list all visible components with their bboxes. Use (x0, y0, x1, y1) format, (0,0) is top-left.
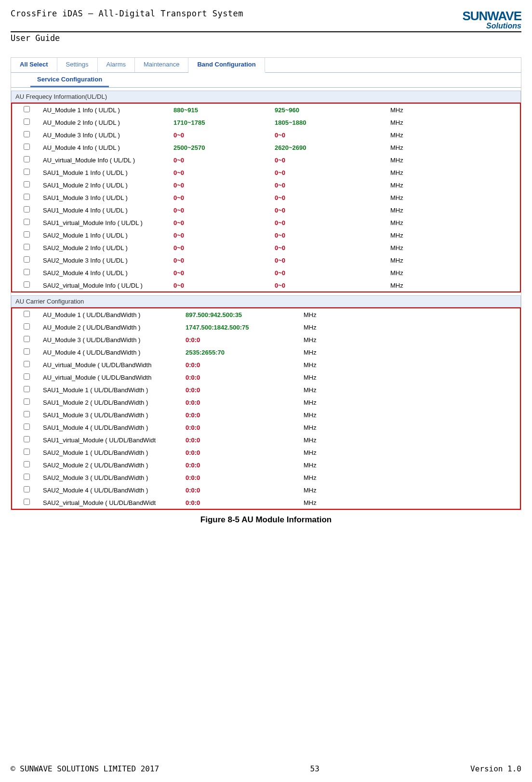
freq-row: SAU1_Module 4 Info ( UL/DL )0~00~0MHz (12, 204, 520, 216)
row-dl-value: 1805~1880 (275, 119, 390, 126)
row-checkbox[interactable] (24, 256, 30, 263)
freq-row: SAU1_Module 2 Info ( UL/DL )0~00~0MHz (12, 179, 520, 191)
row-value: 0:0:0 (186, 499, 304, 506)
row-checkbox[interactable] (24, 386, 30, 392)
row-checkbox[interactable] (24, 486, 30, 492)
row-checkbox[interactable] (24, 156, 30, 162)
row-checkbox[interactable] (24, 348, 30, 355)
carrier-row: AU_virtual_Module ( UL/DL/BandWidth0:0:0… (12, 358, 520, 371)
row-unit: MHz (390, 219, 429, 226)
row-unit: MHz (390, 194, 429, 201)
row-unit: MHz (304, 462, 352, 469)
row-value: 0:0:0 (186, 399, 304, 406)
row-name: AU_Module 4 Info ( UL/DL ) (41, 144, 173, 151)
freq-row: SAU2_Module 2 Info ( UL/DL )0~00~0MHz (12, 241, 520, 254)
row-name: SAU2_Module 1 ( UL/DL/BandWidth ) (41, 449, 186, 456)
row-name: AU_Module 2 ( UL/DL/BandWidth ) (41, 324, 186, 331)
tab-settings[interactable]: Settings (57, 58, 98, 72)
row-checkbox[interactable] (24, 169, 30, 175)
row-checkbox[interactable] (24, 144, 30, 150)
au-carrier-table: AU_Module 1 ( UL/DL/BandWidth )897.500:9… (11, 307, 521, 510)
carrier-row: AU_virtual_Module ( UL/DL/BandWidth0:0:0… (12, 371, 520, 384)
row-checkbox[interactable] (24, 373, 30, 380)
row-name: AU_Module 1 Info ( UL/DL ) (41, 106, 173, 114)
row-dl-value: 0~0 (275, 182, 390, 189)
row-unit: MHz (304, 349, 352, 356)
tab-maintenance[interactable]: Maintenance (135, 58, 188, 72)
freq-row: AU_Module 2 Info ( UL/DL )1710~17851805~… (12, 116, 520, 129)
carrier-row: AU_Module 1 ( UL/DL/BandWidth )897.500:9… (12, 308, 520, 321)
row-checkbox[interactable] (24, 131, 30, 137)
row-unit: MHz (390, 244, 429, 252)
row-ul-value: 0~0 (173, 257, 275, 264)
row-ul-value: 0~0 (173, 194, 275, 201)
row-name: SAU2_virtual_Module ( UL/DL/BandWidt (41, 499, 186, 506)
row-value: 0:0:0 (186, 462, 304, 469)
row-name: SAU1_Module 1 ( UL/DL/BandWidth ) (41, 386, 186, 394)
row-unit: MHz (390, 106, 429, 114)
row-unit: MHz (304, 449, 352, 456)
row-value: 0:0:0 (186, 374, 304, 381)
freq-row: SAU1_Module 3 Info ( UL/DL )0~00~0MHz (12, 191, 520, 204)
row-checkbox[interactable] (24, 244, 30, 250)
row-checkbox[interactable] (24, 181, 30, 187)
row-value: 0:0:0 (186, 474, 304, 481)
row-checkbox[interactable] (24, 474, 30, 480)
row-name: SAU1_Module 1 Info ( UL/DL ) (41, 169, 173, 176)
row-name: SAU1_Module 4 Info ( UL/DL ) (41, 207, 173, 214)
freq-row: SAU1_virtual_Module Info ( UL/DL )0~00~0… (12, 216, 520, 229)
doc-title: CrossFire iDAS – All-Digital Transport S… (11, 9, 243, 18)
row-name: AU_virtual_Module ( UL/DL/BandWidth (41, 361, 186, 369)
row-name: SAU2_Module 3 ( UL/DL/BandWidth ) (41, 474, 186, 481)
row-dl-value: 0~0 (275, 219, 390, 226)
row-dl-value: 0~0 (275, 207, 390, 214)
subtab-service-configuration[interactable]: Service Configuration (30, 73, 109, 87)
row-checkbox[interactable] (24, 206, 30, 212)
row-checkbox[interactable] (24, 449, 30, 455)
tab-all-select[interactable]: All Select (11, 58, 57, 72)
row-checkbox[interactable] (24, 281, 30, 288)
row-unit: MHz (304, 411, 352, 419)
row-checkbox[interactable] (24, 499, 30, 505)
carrier-row: SAU2_Module 3 ( UL/DL/BandWidth )0:0:0MH… (12, 471, 520, 484)
row-checkbox[interactable] (24, 219, 30, 225)
row-name: AU_virtual_Module ( UL/DL/BandWidth (41, 374, 186, 381)
row-unit: MHz (304, 399, 352, 406)
row-checkbox[interactable] (24, 194, 30, 200)
section-au-carrier: AU Carrier Configuration (11, 295, 521, 307)
row-checkbox[interactable] (24, 231, 30, 238)
row-checkbox[interactable] (24, 311, 30, 317)
carrier-row: SAU2_Module 1 ( UL/DL/BandWidth )0:0:0MH… (12, 446, 520, 459)
row-checkbox[interactable] (24, 411, 30, 417)
row-checkbox[interactable] (24, 461, 30, 467)
carrier-row: SAU2_Module 4 ( UL/DL/BandWidth )0:0:0MH… (12, 484, 520, 496)
row-unit: MHz (390, 182, 429, 189)
row-checkbox[interactable] (24, 398, 30, 405)
tab-alarms[interactable]: Alarms (98, 58, 135, 72)
row-ul-value: 0~0 (173, 244, 275, 252)
row-ul-value: 0~0 (173, 207, 275, 214)
row-checkbox[interactable] (24, 336, 30, 342)
freq-row: SAU2_Module 4 Info ( UL/DL )0~00~0MHz (12, 266, 520, 279)
row-ul-value: 880~915 (173, 106, 275, 114)
row-checkbox[interactable] (24, 106, 30, 112)
tab-band-configuration[interactable]: Band Configuration (188, 58, 265, 73)
row-checkbox[interactable] (24, 323, 30, 330)
row-checkbox[interactable] (24, 436, 30, 442)
row-value: 2535:2655:70 (186, 349, 304, 356)
row-checkbox[interactable] (24, 269, 30, 275)
row-checkbox[interactable] (24, 424, 30, 430)
row-dl-value: 0~0 (275, 194, 390, 201)
carrier-row: SAU1_virtual_Module ( UL/DL/BandWidt0:0:… (12, 434, 520, 446)
row-ul-value: 0~0 (173, 132, 275, 139)
row-value: 0:0:0 (186, 487, 304, 494)
row-checkbox[interactable] (24, 119, 30, 125)
row-unit: MHz (390, 282, 429, 289)
row-value: 0:0:0 (186, 411, 304, 419)
row-ul-value: 0~0 (173, 282, 275, 289)
row-checkbox[interactable] (24, 361, 30, 367)
logo-main: SUNWAVE (462, 9, 521, 23)
row-ul-value: 0~0 (173, 219, 275, 226)
row-ul-value: 2500~2570 (173, 144, 275, 151)
row-value: 0:0:0 (186, 361, 304, 369)
